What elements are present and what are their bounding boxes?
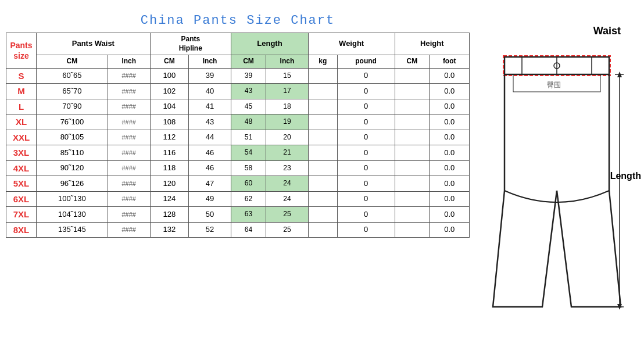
table-row: 7XL104˜130####12850632500.0 — [6, 207, 470, 223]
table-cell: 0 — [337, 160, 395, 176]
table-cell — [395, 99, 430, 114]
table-cell: 23 — [266, 160, 308, 176]
table-cell: 49 — [189, 191, 231, 207]
table-cell: 96˜126 — [37, 176, 108, 192]
table-cell: 135˜145 — [37, 222, 108, 238]
table-cell: 0.0 — [430, 114, 470, 130]
table-cell: 0 — [337, 207, 395, 223]
table-row: L70˜90####10441451800.0 — [6, 99, 470, 114]
table-cell: 0.0 — [430, 222, 470, 238]
table-cell: #### — [108, 191, 150, 207]
table-cell: 19 — [266, 114, 308, 130]
subheader-len-cm: CM — [231, 55, 266, 69]
table-body: S60˜65####10039391500.0M65˜70####1024043… — [6, 68, 470, 238]
header-weight: Weight — [308, 33, 395, 55]
header-row-2: CM Inch CM Inch CM Inch kg pound CM foot — [6, 55, 470, 69]
table-cell: 44 — [189, 130, 231, 145]
table-cell: 90˜120 — [37, 160, 108, 176]
subheader-hip-cm: CM — [150, 55, 188, 69]
header-pants-hipline: PantsHipline — [150, 33, 231, 55]
table-cell: 112 — [150, 130, 188, 145]
table-cell: 43 — [231, 84, 266, 99]
table-row: 6XL100˜130####12449622400.0 — [6, 191, 470, 207]
table-cell — [308, 222, 337, 238]
table-cell: 48 — [231, 114, 266, 130]
table-cell — [308, 160, 337, 176]
table-cell: 116 — [150, 145, 188, 161]
table-cell: 54 — [231, 145, 266, 161]
table-cell — [308, 145, 337, 161]
table-cell: 132 — [150, 222, 188, 238]
table-cell: 128 — [150, 207, 188, 223]
table-cell: 62 — [231, 191, 266, 207]
table-cell: 17 — [266, 84, 308, 99]
table-cell: 120 — [150, 176, 188, 192]
table-cell: 0.0 — [430, 160, 470, 176]
table-cell: 124 — [150, 191, 188, 207]
table-cell: 24 — [266, 191, 308, 207]
table-cell — [308, 176, 337, 192]
table-cell: 65˜70 — [37, 84, 108, 99]
table-cell: 58 — [231, 160, 266, 176]
table-cell: 0 — [337, 222, 395, 238]
right-section: Waist 臀围 — [470, 13, 638, 327]
subheader-kg: kg — [308, 55, 337, 69]
table-cell: 0.0 — [430, 191, 470, 207]
table-cell: 60˜65 — [37, 68, 108, 84]
subheader-len-inch: Inch — [266, 55, 308, 69]
table-cell — [308, 130, 337, 145]
table-row: S60˜65####10039391500.0 — [6, 68, 470, 84]
table-cell — [308, 207, 337, 223]
table-cell: #### — [108, 84, 150, 99]
table-cell: 0.0 — [430, 207, 470, 223]
table-cell: 0.0 — [430, 130, 470, 145]
table-cell: 24 — [266, 176, 308, 192]
table-cell: 85˜110 — [37, 145, 108, 161]
table-cell: L — [6, 99, 37, 114]
table-cell: 43 — [189, 114, 231, 130]
table-cell: 80˜105 — [37, 130, 108, 145]
table-cell: 46 — [189, 145, 231, 161]
table-cell: 104 — [150, 99, 188, 114]
table-cell — [308, 191, 337, 207]
table-cell: 3XL — [6, 145, 37, 161]
table-cell: 25 — [266, 207, 308, 223]
table-cell: 15 — [266, 68, 308, 84]
table-row: XXL80˜105####11244512000.0 — [6, 130, 470, 145]
table-cell — [395, 114, 430, 130]
table-cell: 5XL — [6, 176, 37, 192]
table-cell — [395, 84, 430, 99]
table-cell: #### — [108, 68, 150, 84]
table-cell: S — [6, 68, 37, 84]
table-cell: 76˜100 — [37, 114, 108, 130]
header-pants-waist: Pants Waist — [37, 33, 151, 55]
table-row: 4XL90˜120####11846582300.0 — [6, 160, 470, 176]
table-cell: #### — [108, 130, 150, 145]
table-cell: 100 — [150, 68, 188, 84]
table-cell: #### — [108, 160, 150, 176]
table-cell: 0.0 — [430, 84, 470, 99]
table-cell: 8XL — [6, 222, 37, 238]
table-cell: 18 — [266, 99, 308, 114]
table-cell: 104˜130 — [37, 207, 108, 223]
table-cell: 102 — [150, 84, 188, 99]
table-cell: #### — [108, 145, 150, 161]
table-cell: 46 — [189, 160, 231, 176]
subheader-height-cm: CM — [395, 55, 430, 69]
pants-diagram: 臀围 — [487, 40, 627, 324]
chart-title: China Pants Size Chart — [6, 13, 470, 28]
main-container: China Pants Size Chart Pantssize Pants W… — [0, 9, 644, 331]
table-cell: 64 — [231, 222, 266, 238]
table-cell: 47 — [189, 176, 231, 192]
table-row: 5XL96˜126####12047602400.0 — [6, 176, 470, 192]
table-cell — [395, 207, 430, 223]
table-cell: 7XL — [6, 207, 37, 223]
table-cell: 0 — [337, 130, 395, 145]
svg-text:臀围: 臀围 — [547, 81, 561, 89]
table-cell: 40 — [189, 84, 231, 99]
subheader-pound: pound — [337, 55, 395, 69]
table-row: 3XL85˜110####11646542100.0 — [6, 145, 470, 161]
subheader-waist-cm: CM — [37, 55, 108, 69]
table-cell: 39 — [189, 68, 231, 84]
table-cell: 118 — [150, 160, 188, 176]
